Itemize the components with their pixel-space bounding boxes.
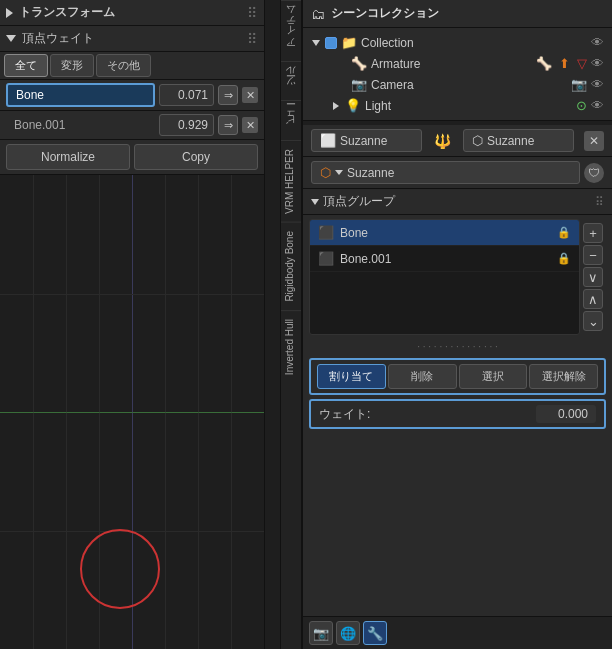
assign-button[interactable]: 割り当て	[317, 364, 386, 389]
vertex-row-bone001: Bone.001 0.929 ⇒ ✕	[0, 111, 264, 140]
prop-icon-scene[interactable]: 📷	[309, 621, 333, 645]
collection-checkbox[interactable]	[325, 37, 337, 49]
light-eye-icon[interactable]: 👁	[591, 98, 604, 113]
prop-icon-bar: 📷 🌐 🔧	[303, 616, 612, 649]
grid-green-h	[0, 412, 264, 413]
select-button[interactable]: 選択	[459, 364, 528, 389]
scene-collection-icon: 🗂	[311, 6, 325, 22]
normalize-button[interactable]: Normalize	[6, 144, 130, 170]
tree-item-light[interactable]: 💡 Light ⊙ 👁	[303, 95, 612, 116]
weight-label: ウェイト:	[319, 406, 370, 423]
weight-value: 0.000	[536, 405, 596, 423]
sidebar-tab-view[interactable]: ビュー	[281, 100, 301, 140]
vertex-groups-label: 頂点グループ	[323, 193, 395, 210]
collection-tree: 📁 Collection 👁 🦴 Armature 🦴 ⬆ ▽ 👁 📷 Came…	[303, 28, 612, 120]
vg-down-button[interactable]: ∨	[583, 267, 603, 287]
bone001-remove-icon[interactable]: ✕	[242, 117, 258, 133]
suzanne-selector-row: ⬡ Suzanne 🛡	[303, 157, 612, 189]
collection-eye-icon[interactable]: 👁	[591, 35, 604, 50]
bone-name-label: Bone	[6, 83, 155, 107]
vertex-weight-subheader: 頂点ウェイト ⠿	[0, 26, 264, 52]
bone001-name-label: Bone.001	[6, 115, 155, 135]
vertex-group-list: ⬛ Bone 🔒 ⬛ Bone.001 🔒	[309, 219, 580, 335]
light-extra-icon: ⊙	[576, 98, 587, 113]
vg-dots-icon: ⠿	[595, 195, 604, 209]
tab-all[interactable]: 全て	[4, 54, 48, 77]
mesh-icon: ⬜	[320, 133, 336, 148]
expand-sub-triangle-icon	[6, 35, 16, 42]
prop-icon-object[interactable]: 🔧	[363, 621, 387, 645]
vg-down2-button[interactable]: ⌄	[583, 311, 603, 331]
armature-icon: 🦴	[351, 56, 367, 71]
remove-button[interactable]: 削除	[388, 364, 457, 389]
suzanne-selector[interactable]: ⬡ Suzanne	[311, 161, 580, 184]
tree-item-armature[interactable]: 🦴 Armature 🦴 ⬆ ▽ 👁	[303, 53, 612, 74]
collection-expand-icon	[312, 40, 320, 46]
camera-label: Camera	[371, 78, 567, 92]
bone-value: 0.071	[159, 84, 214, 106]
vg-bone-icon: ⬛	[318, 225, 334, 240]
vertex-row-bone: Bone 0.071 ⇒ ✕	[0, 80, 264, 111]
vg-bone001-label: Bone.001	[340, 252, 551, 266]
bone001-select-icon[interactable]: ⇒	[218, 115, 238, 135]
tab-other[interactable]: その他	[96, 54, 151, 77]
copy-button[interactable]: Copy	[134, 144, 258, 170]
camera-extra-icon: 📷	[571, 77, 587, 92]
properties-panel: ⬜ Suzanne 🔱 ⬡ Suzanne ✕ ⬡ Suzanne 🛡 頂点グル…	[303, 125, 612, 649]
object-name-label: Suzanne	[340, 134, 387, 148]
close-prop-icon[interactable]: ✕	[584, 131, 604, 151]
bone-select-icon[interactable]: ⇒	[218, 85, 238, 105]
light-expand-icon	[333, 102, 339, 110]
vg-side-buttons: + − ∨ ∧ ⌄	[580, 219, 606, 335]
light-icon: 💡	[345, 98, 361, 113]
vg-bone001-lock-icon: 🔒	[557, 252, 571, 265]
collection-label: Collection	[361, 36, 587, 50]
vg-bone001-icon: ⬛	[318, 251, 334, 266]
vg-item-bone[interactable]: ⬛ Bone 🔒	[310, 220, 579, 246]
object-selector[interactable]: ⬜ Suzanne	[311, 129, 422, 152]
tree-item-camera[interactable]: 📷 Camera 📷 👁	[303, 74, 612, 95]
tab-deform[interactable]: 変形	[50, 54, 94, 77]
sidebar-tab-inverted[interactable]: Inverted Hull	[281, 310, 301, 383]
viewport-area	[0, 175, 264, 649]
armature-extra-icon2: ⬆	[559, 56, 570, 71]
prop-object-header: ⬜ Suzanne 🔱 ⬡ Suzanne ✕	[303, 125, 612, 157]
prop-separator: 🔱	[428, 133, 457, 149]
vg-remove-button[interactable]: −	[583, 245, 603, 265]
grid-h1	[0, 294, 264, 295]
vertex-tabs: 全て 変形 その他	[0, 52, 264, 80]
vg-item-bone001[interactable]: ⬛ Bone.001 🔒	[310, 246, 579, 272]
armature-eye-icon[interactable]: 👁	[591, 56, 604, 71]
object-outline	[80, 529, 160, 609]
weight-row: ウェイト: 0.000	[309, 399, 606, 429]
camera-icon: 📷	[351, 77, 367, 92]
suzanne-filter-icon: ⬡	[320, 165, 331, 180]
sidebar-tab-rigidbody[interactable]: Rigidbody Bone	[281, 222, 301, 310]
list-dots-separator: · · · · · · · · · · · · · · ·	[303, 339, 612, 354]
deselect-button[interactable]: 選択解除	[529, 364, 598, 389]
vg-add-button[interactable]: +	[583, 223, 603, 243]
collection-folder-icon: 📁	[341, 35, 357, 50]
vg-up-button[interactable]: ∧	[583, 289, 603, 309]
sidebar-tab-bar: アイテム ツール ビュー VRM HELPER Rigidbody Bone I…	[280, 0, 302, 649]
mesh-type-icon: ⬡	[472, 133, 483, 148]
mesh-name-label: Suzanne	[487, 134, 534, 148]
sidebar-tab-item[interactable]: アイテム	[281, 0, 301, 61]
expand-triangle-icon	[6, 8, 13, 18]
armature-extra-icon1: 🦴	[536, 56, 552, 71]
vertex-actions-row: Normalize Copy	[0, 140, 264, 175]
bottom-actions-row: 割り当て 削除 選択 選択解除	[309, 358, 606, 395]
prop-icon-world[interactable]: 🌐	[336, 621, 360, 645]
armature-extra-icon3: ▽	[577, 56, 587, 71]
sidebar-tab-tool[interactable]: ツール	[281, 61, 301, 100]
bone-remove-icon[interactable]: ✕	[242, 87, 258, 103]
panel-dots-icon: ⠿	[247, 5, 258, 21]
mesh-selector[interactable]: ⬡ Suzanne	[463, 129, 574, 152]
vertex-group-container: ⬛ Bone 🔒 ⬛ Bone.001 🔒 + − ∨ ∧ ⌄	[309, 219, 606, 335]
scene-collection-title: シーンコレクション	[331, 5, 439, 22]
sidebar-tab-vrm[interactable]: VRM HELPER	[281, 140, 301, 222]
camera-eye-icon[interactable]: 👁	[591, 77, 604, 92]
tree-item-collection[interactable]: 📁 Collection 👁	[303, 32, 612, 53]
vertex-weight-title: 頂点ウェイト	[22, 30, 94, 47]
suzanne-dropdown-icon	[335, 170, 343, 175]
